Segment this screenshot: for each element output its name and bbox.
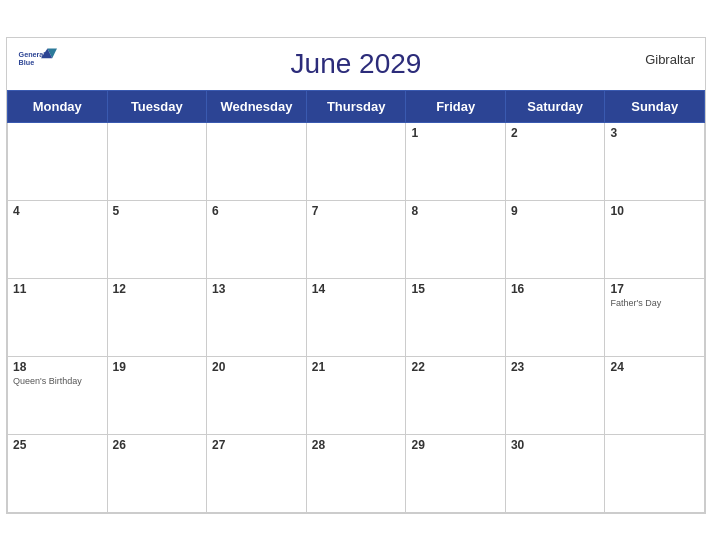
calendar-cell: 1 xyxy=(406,122,505,200)
calendar-cell: 18Queen's Birthday xyxy=(8,356,108,434)
date-number: 5 xyxy=(113,204,202,218)
weekday-header-tuesday: Tuesday xyxy=(107,90,207,122)
date-number: 19 xyxy=(113,360,202,374)
calendar-cell: 27 xyxy=(207,434,307,512)
calendar-cell: 28 xyxy=(306,434,406,512)
date-number: 9 xyxy=(511,204,600,218)
date-number: 18 xyxy=(13,360,102,374)
week-row-3: 11121314151617Father's Day xyxy=(8,278,705,356)
date-number: 10 xyxy=(610,204,699,218)
calendar-table: MondayTuesdayWednesdayThursdayFridaySatu… xyxy=(7,90,705,513)
calendar-cell xyxy=(8,122,108,200)
week-row-5: 252627282930 xyxy=(8,434,705,512)
calendar-cell: 15 xyxy=(406,278,505,356)
date-number: 2 xyxy=(511,126,600,140)
weekday-header-wednesday: Wednesday xyxy=(207,90,307,122)
week-row-1: 123 xyxy=(8,122,705,200)
week-row-2: 45678910 xyxy=(8,200,705,278)
calendar-cell xyxy=(107,122,207,200)
weekday-header-friday: Friday xyxy=(406,90,505,122)
date-number: 17 xyxy=(610,282,699,296)
date-number: 27 xyxy=(212,438,301,452)
holiday-label: Queen's Birthday xyxy=(13,376,102,388)
date-number: 25 xyxy=(13,438,102,452)
calendar-cell: 26 xyxy=(107,434,207,512)
calendar-cell: 13 xyxy=(207,278,307,356)
date-number: 28 xyxy=(312,438,401,452)
date-number: 23 xyxy=(511,360,600,374)
date-number: 26 xyxy=(113,438,202,452)
calendar-cell: 17Father's Day xyxy=(605,278,705,356)
date-number: 22 xyxy=(411,360,499,374)
calendar-cell: 21 xyxy=(306,356,406,434)
date-number: 20 xyxy=(212,360,301,374)
date-number: 6 xyxy=(212,204,301,218)
holiday-label: Father's Day xyxy=(610,298,699,310)
date-number: 30 xyxy=(511,438,600,452)
weekday-header-thursday: Thursday xyxy=(306,90,406,122)
date-number: 7 xyxy=(312,204,401,218)
weekday-header-sunday: Sunday xyxy=(605,90,705,122)
calendar-cell: 14 xyxy=(306,278,406,356)
calendar-cell: 24 xyxy=(605,356,705,434)
week-row-4: 18Queen's Birthday192021222324 xyxy=(8,356,705,434)
date-number: 1 xyxy=(411,126,499,140)
date-number: 29 xyxy=(411,438,499,452)
calendar-cell: 5 xyxy=(107,200,207,278)
calendar-cell: 19 xyxy=(107,356,207,434)
calendar-cell: 22 xyxy=(406,356,505,434)
date-number: 24 xyxy=(610,360,699,374)
calendar-container: General Blue June 2029 Gibraltar MondayT… xyxy=(6,37,706,514)
date-number: 3 xyxy=(610,126,699,140)
calendar-cell: 9 xyxy=(505,200,605,278)
svg-text:Blue: Blue xyxy=(19,57,35,66)
calendar-cell: 25 xyxy=(8,434,108,512)
calendar-cell: 12 xyxy=(107,278,207,356)
calendar-cell: 23 xyxy=(505,356,605,434)
calendar-cell: 30 xyxy=(505,434,605,512)
calendar-cell: 7 xyxy=(306,200,406,278)
region-label: Gibraltar xyxy=(645,52,695,67)
date-number: 12 xyxy=(113,282,202,296)
calendar-cell: 4 xyxy=(8,200,108,278)
calendar-cell: 3 xyxy=(605,122,705,200)
calendar-cell: 29 xyxy=(406,434,505,512)
date-number: 21 xyxy=(312,360,401,374)
calendar-cell: 16 xyxy=(505,278,605,356)
calendar-cell: 6 xyxy=(207,200,307,278)
brand-logo-area: General Blue xyxy=(17,46,57,76)
calendar-cell: 11 xyxy=(8,278,108,356)
calendar-header: General Blue June 2029 Gibraltar xyxy=(7,38,705,90)
weekday-header-saturday: Saturday xyxy=(505,90,605,122)
date-number: 4 xyxy=(13,204,102,218)
calendar-cell: 2 xyxy=(505,122,605,200)
calendar-cell: 10 xyxy=(605,200,705,278)
date-number: 11 xyxy=(13,282,102,296)
weekday-header-monday: Monday xyxy=(8,90,108,122)
calendar-title: June 2029 xyxy=(27,48,685,80)
date-number: 8 xyxy=(411,204,499,218)
date-number: 13 xyxy=(212,282,301,296)
date-number: 14 xyxy=(312,282,401,296)
date-number: 16 xyxy=(511,282,600,296)
calendar-cell xyxy=(207,122,307,200)
weekday-header-row: MondayTuesdayWednesdayThursdayFridaySatu… xyxy=(8,90,705,122)
calendar-cell: 8 xyxy=(406,200,505,278)
calendar-cell: 20 xyxy=(207,356,307,434)
calendar-cell xyxy=(306,122,406,200)
calendar-cell xyxy=(605,434,705,512)
date-number: 15 xyxy=(411,282,499,296)
